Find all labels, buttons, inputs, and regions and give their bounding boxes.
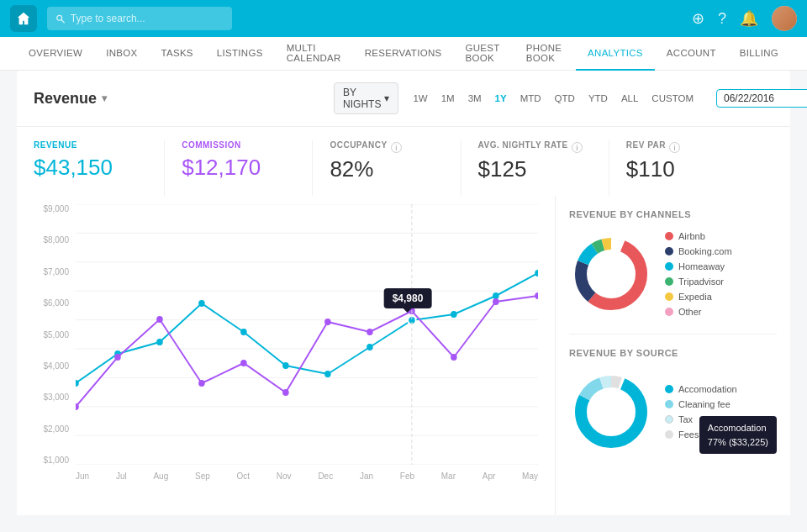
svg-point-0 (57, 15, 62, 20)
period-custom[interactable]: CUSTOM (646, 91, 699, 106)
nav-tasks[interactable]: TASKS (149, 37, 204, 71)
topbar-actions: ⊕ ? 🔔 (692, 6, 797, 31)
legend-accommodation: Accomodation (665, 384, 737, 394)
channels-legend: Airbnb Booking.com Homeaway Tripadv (665, 231, 732, 317)
legend-booking: Booking.com (665, 246, 732, 256)
chart-container: $9,000 $8,000 $7,000 $6,000 $5,000 $4,00… (34, 204, 538, 490)
svg-point-27 (198, 380, 205, 387)
bell-icon[interactable]: 🔔 (740, 9, 758, 28)
period-3m[interactable]: 3M (462, 91, 488, 106)
stat-revenue: REVENUE $43,150 (34, 140, 165, 196)
nav-billing[interactable]: BILLING (728, 37, 790, 71)
svg-point-34 (493, 298, 499, 305)
nav-analytics[interactable]: ANALYTICS (576, 37, 655, 71)
legend-homeaway: Homeaway (665, 261, 732, 271)
source-donut (569, 370, 653, 454)
svg-point-19 (367, 344, 373, 350)
legend-cleaning: Cleaning fee (665, 399, 737, 409)
rev-par-info-icon[interactable]: i (669, 142, 680, 153)
period-ytd[interactable]: YTD (583, 91, 614, 106)
avatar[interactable] (772, 6, 797, 31)
period-all[interactable]: ALL (615, 91, 644, 106)
svg-point-48 (588, 388, 635, 435)
search-box[interactable] (47, 7, 232, 30)
svg-point-43 (588, 250, 635, 298)
chart-tooltip: $4,980 (384, 288, 432, 308)
period-qtd[interactable]: QTD (549, 91, 581, 106)
period-1m[interactable]: 1M (435, 91, 461, 106)
period-buttons: 1W 1M 3M 1Y MTD QTD YTD ALL CUSTOM (407, 91, 699, 106)
content-row: $9,000 $8,000 $7,000 $6,000 $5,000 $4,00… (17, 196, 790, 515)
avg-nightly-info-icon[interactable]: i (572, 142, 583, 153)
chart-y-axis: $9,000 $8,000 $7,000 $6,000 $5,000 $4,00… (34, 204, 74, 465)
search-input[interactable] (71, 13, 224, 24)
legend-other: Other (665, 307, 732, 317)
svg-line-1 (61, 19, 65, 23)
nav-reservations[interactable]: RESERVATIONS (353, 37, 454, 71)
period-1w[interactable]: 1W (407, 91, 433, 106)
svg-point-22 (493, 292, 499, 299)
logo[interactable] (10, 5, 37, 32)
by-nights-btn[interactable]: BY NIGHTS ▾ (216, 82, 398, 114)
svg-point-25 (114, 354, 121, 361)
main-content: Revenue ▾ BY NIGHTS ▾ 1W 1M 3M 1Y MTD QT… (0, 71, 807, 532)
home-icon (16, 11, 31, 26)
nav-overview[interactable]: OVERVIEW (17, 37, 94, 71)
add-icon[interactable]: ⊕ (692, 9, 704, 28)
nav-multicalendar[interactable]: MULTI CALENDAR (275, 37, 353, 71)
nav-account[interactable]: ACCOUNT (655, 37, 728, 71)
period-1y[interactable]: 1Y (489, 91, 513, 106)
svg-point-18 (324, 371, 331, 377)
revenue-by-source: REVENUE BY SOURCE (569, 348, 777, 454)
period-mtd[interactable]: MTD (514, 91, 547, 106)
svg-point-14 (156, 339, 163, 345)
chart-section: $9,000 $8,000 $7,000 $6,000 $5,000 $4,00… (17, 196, 555, 515)
legend-expedia: Expedia (665, 292, 732, 302)
svg-point-29 (282, 389, 289, 396)
occupancy-info-icon[interactable]: i (391, 142, 402, 153)
svg-point-28 (240, 360, 247, 366)
date-from[interactable] (716, 89, 807, 108)
svg-point-35 (535, 292, 538, 299)
line-chart (76, 204, 538, 465)
date-range: → (716, 89, 807, 108)
topbar: ⊕ ? 🔔 (0, 0, 807, 37)
nav: OVERVIEW INBOX TASKS LISTINGS MULTI CALE… (0, 37, 807, 71)
revenue-header: Revenue ▾ BY NIGHTS ▾ 1W 1M 3M 1Y MTD QT… (17, 71, 790, 127)
stat-avg-nightly: AVG. NIGHTLY RATE i $125 (478, 140, 609, 196)
nav-inbox[interactable]: INBOX (94, 37, 149, 71)
source-tooltip: Accomodation77% ($33,225) (699, 416, 777, 454)
revenue-by-channels: REVENUE BY CHANNELS (569, 209, 777, 317)
stat-rev-par: REV PAR i $110 (626, 140, 757, 196)
nav-listings[interactable]: LISTINGS (205, 37, 275, 71)
svg-point-26 (156, 316, 163, 323)
help-icon[interactable]: ? (718, 10, 726, 28)
chart-x-axis: Jun Jul Aug Sep Oct Nov Dec Jan Feb Mar … (76, 465, 538, 490)
channels-donut (569, 232, 653, 316)
nav-guestbook[interactable]: GUEST BOOK (453, 37, 514, 71)
legend-tripadvisor: Tripadvisor (665, 277, 732, 287)
stat-occupancy: OCCUPANCY i 82% (330, 140, 461, 196)
svg-point-16 (240, 329, 247, 335)
svg-point-21 (451, 311, 457, 318)
legend-airbnb: Airbnb (665, 231, 732, 241)
svg-point-33 (451, 354, 457, 361)
svg-point-15 (198, 300, 205, 307)
svg-point-31 (367, 329, 373, 335)
stats-section: REVENUE $43,150 COMMISSION $12,170 OCCUP… (17, 127, 790, 196)
right-panel: REVENUE BY CHANNELS (555, 196, 790, 515)
nav-phonebook[interactable]: PHONE BOOK (514, 37, 576, 71)
svg-point-17 (282, 362, 289, 369)
svg-point-30 (324, 319, 331, 325)
stat-commission: COMMISSION $12,170 (182, 140, 313, 196)
search-icon (55, 13, 66, 24)
revenue-chevron: ▾ (102, 92, 107, 104)
revenue-title[interactable]: Revenue ▾ (34, 90, 107, 108)
